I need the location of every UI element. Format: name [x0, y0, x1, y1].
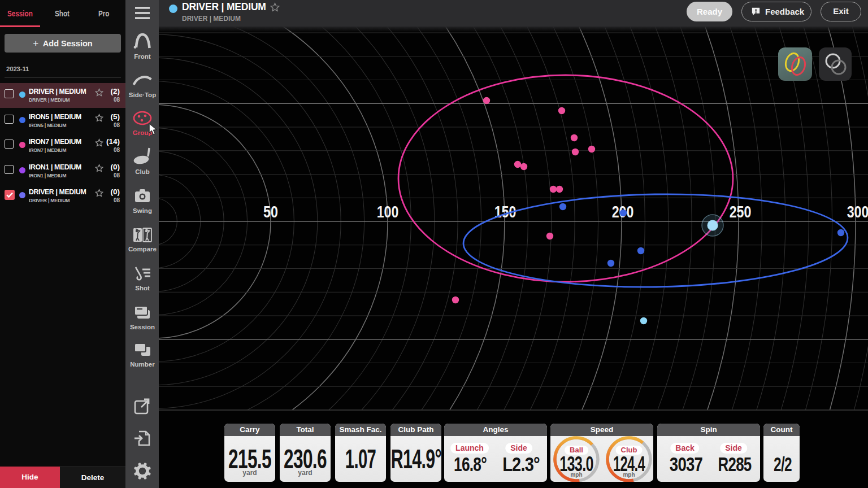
- svg-text:250: 250: [730, 202, 752, 221]
- svg-text:50: 50: [263, 202, 278, 221]
- svg-text:300: 300: [847, 202, 868, 221]
- svg-text:100: 100: [377, 202, 399, 221]
